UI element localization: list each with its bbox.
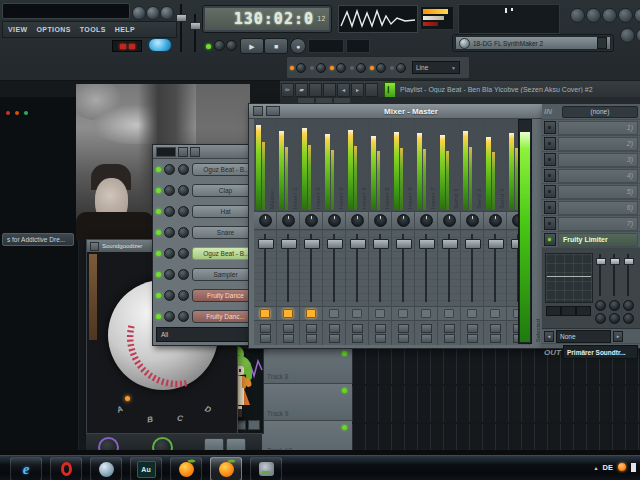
taskbar-app-button[interactable]: Au bbox=[130, 457, 162, 480]
fx-slot-enable-button[interactable] bbox=[544, 217, 556, 230]
preset-spinner[interactable] bbox=[597, 37, 607, 49]
snap-knob[interactable] bbox=[376, 63, 386, 73]
toolbar-round-button[interactable] bbox=[602, 8, 617, 23]
mixer-layout-icon[interactable] bbox=[266, 106, 280, 116]
gain-slider[interactable] bbox=[596, 254, 604, 296]
channel-volume-knob[interactable] bbox=[178, 269, 189, 280]
channel-enable-led[interactable] bbox=[156, 188, 161, 193]
fx-input-select[interactable]: (none) bbox=[562, 106, 638, 118]
mixer-strip[interactable]: Insert 7 bbox=[415, 119, 438, 345]
channel-enable-led[interactable] bbox=[156, 209, 161, 214]
pan-knob[interactable] bbox=[466, 214, 479, 227]
snap-select[interactable]: Line▼ bbox=[412, 61, 460, 74]
channel-volume-knob[interactable] bbox=[178, 311, 189, 322]
fx-slot-enable-button[interactable] bbox=[544, 121, 556, 134]
mixer-strip[interactable]: Send 1 bbox=[438, 119, 461, 345]
channel-enable-led[interactable] bbox=[156, 230, 161, 235]
fx-slot[interactable]: 1) bbox=[558, 121, 638, 135]
draw-tool-icon[interactable]: ✏ bbox=[281, 83, 294, 97]
pan-knob[interactable] bbox=[259, 214, 272, 227]
minimize-button[interactable] bbox=[132, 6, 146, 20]
volume-fader[interactable] bbox=[304, 239, 320, 249]
fx-slot-enable-button[interactable] bbox=[544, 185, 556, 198]
toolbar-round-button[interactable] bbox=[586, 8, 601, 23]
record-arm-button[interactable] bbox=[352, 334, 363, 343]
fx-route-button[interactable] bbox=[490, 324, 501, 333]
toolbar-round-button[interactable] bbox=[634, 8, 640, 23]
channel-filter-select[interactable]: All ▼ bbox=[156, 327, 260, 342]
volume-fader[interactable] bbox=[419, 239, 435, 249]
track-enable-led[interactable] bbox=[342, 388, 347, 393]
preset-next-button[interactable]: ▸ bbox=[613, 331, 623, 342]
toolbar-round-button[interactable] bbox=[570, 8, 585, 23]
mixer-strip[interactable]: Send 2 bbox=[461, 119, 484, 345]
pan-knob[interactable] bbox=[489, 214, 502, 227]
saturation-slider[interactable] bbox=[610, 254, 618, 296]
record-arm-button[interactable] bbox=[398, 334, 409, 343]
record-arm-button[interactable] bbox=[421, 334, 432, 343]
preset-c-label[interactable]: C bbox=[176, 414, 183, 424]
fx-slot-enable-button[interactable] bbox=[544, 169, 556, 182]
mute-led[interactable] bbox=[375, 309, 385, 318]
fx-slot[interactable]: 3) bbox=[558, 153, 638, 167]
menu-item[interactable]: HELP bbox=[115, 26, 135, 33]
fx-slot-enable-button[interactable] bbox=[544, 137, 556, 150]
mute-led[interactable] bbox=[444, 309, 454, 318]
fx-slot-enable-button[interactable] bbox=[544, 153, 556, 166]
volume-fader[interactable] bbox=[327, 239, 343, 249]
mixer-strip[interactable]: Send 3 bbox=[484, 119, 507, 345]
toolbar-round-button[interactable] bbox=[618, 8, 633, 23]
track-header[interactable]: Track 8 bbox=[262, 347, 352, 384]
menu-item[interactable]: VIEW bbox=[8, 26, 28, 33]
taskbar-app-button[interactable] bbox=[210, 457, 242, 480]
fx-route-button[interactable] bbox=[260, 324, 271, 333]
fx-route-button[interactable] bbox=[306, 324, 317, 333]
tempo-lcd[interactable] bbox=[346, 39, 370, 53]
channel-volume-knob[interactable] bbox=[178, 206, 189, 217]
record-arm-button[interactable] bbox=[375, 334, 386, 343]
channel-pan-knob[interactable] bbox=[164, 269, 175, 280]
mute-led[interactable] bbox=[329, 309, 339, 318]
mixer-strip[interactable]: Insert 1 bbox=[277, 119, 300, 345]
playlist-play-indicator[interactable]: ▎ bbox=[384, 82, 396, 98]
fx-output-select[interactable]: Primärer Soundtr... bbox=[563, 345, 638, 359]
rack-option-button[interactable] bbox=[178, 147, 188, 157]
delete-tool-icon[interactable] bbox=[309, 83, 322, 97]
song-position-panel[interactable] bbox=[458, 4, 560, 34]
shuffle-knob[interactable] bbox=[226, 40, 237, 51]
channel-enable-led[interactable] bbox=[156, 251, 161, 256]
play-button[interactable]: ▶ bbox=[240, 38, 264, 54]
fx-route-button[interactable] bbox=[352, 324, 363, 333]
volume-fader[interactable] bbox=[442, 239, 458, 249]
mixer-strip[interactable]: Master bbox=[254, 119, 277, 345]
mute-led[interactable] bbox=[352, 309, 362, 318]
channel-volume-knob[interactable] bbox=[178, 164, 189, 175]
record-arm-button[interactable] bbox=[306, 334, 317, 343]
fruity-limiter-slot[interactable]: Fruity Limiter bbox=[558, 233, 638, 247]
volume-fader[interactable] bbox=[350, 239, 366, 249]
fx-slot-enable-button[interactable] bbox=[544, 201, 556, 214]
mute-led[interactable] bbox=[398, 309, 408, 318]
channel-volume-knob[interactable] bbox=[178, 227, 189, 238]
channel-enable-led[interactable] bbox=[156, 293, 161, 298]
volume-fader[interactable] bbox=[488, 239, 504, 249]
pan-knob[interactable] bbox=[282, 214, 295, 227]
mute-led[interactable] bbox=[490, 309, 500, 318]
zoom-tool-icon[interactable] bbox=[365, 83, 378, 97]
channel-rack-titlebar[interactable] bbox=[153, 145, 263, 159]
snap-knob[interactable] bbox=[396, 63, 406, 73]
limiter-knob[interactable] bbox=[595, 313, 606, 324]
mixer-strip[interactable]: Insert 5 bbox=[369, 119, 392, 345]
fx-slot-enable-button[interactable] bbox=[544, 233, 556, 246]
close-button[interactable] bbox=[160, 6, 174, 20]
volume-fader[interactable] bbox=[258, 239, 274, 249]
fx-route-button[interactable] bbox=[375, 324, 386, 333]
channel-pan-knob[interactable] bbox=[164, 206, 175, 217]
preset-prev-button[interactable]: ◂ bbox=[544, 331, 554, 342]
record-button[interactable]: ● bbox=[290, 38, 306, 54]
fx-route-button[interactable] bbox=[421, 324, 432, 333]
record-arm-button[interactable] bbox=[444, 334, 455, 343]
pan-knob[interactable] bbox=[443, 214, 456, 227]
snap-knob[interactable] bbox=[356, 63, 366, 73]
mixer-strip[interactable]: Insert 6 bbox=[392, 119, 415, 345]
